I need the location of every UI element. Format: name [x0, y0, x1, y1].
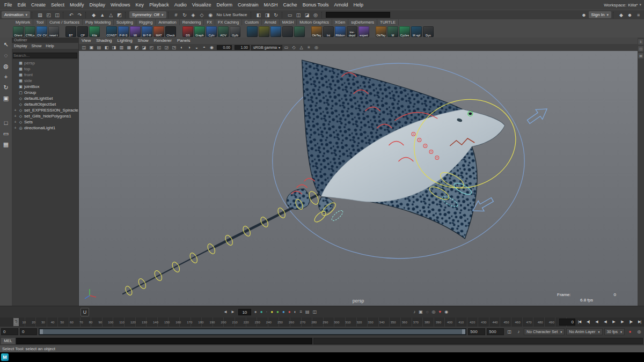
viewport-menu-panels[interactable]: Panels — [174, 38, 193, 44]
outliner-item-directionallight1[interactable]: +◎directionalLight1 — [12, 125, 78, 131]
redo-icon[interactable]: ↷ — [76, 11, 84, 19]
shelf-tab-mash[interactable]: MASH — [280, 19, 297, 25]
shelf-tab-xgen[interactable]: XGen — [332, 19, 348, 25]
playback-speed-icon[interactable]: ◫ — [506, 329, 513, 334]
make-live-icon[interactable]: ◉ — [207, 11, 215, 19]
range-start-handle[interactable] — [40, 329, 43, 334]
new-scene-icon[interactable]: ▤ — [36, 11, 44, 19]
viewport-toolbar-icon-2[interactable]: ▤ — [96, 45, 103, 50]
animation-preferences-icon[interactable]: ◎ — [635, 329, 643, 334]
menu-modify[interactable]: Modify — [67, 2, 87, 8]
outliner-item-side[interactable]: ▦side — [12, 78, 78, 84]
shelf-item[interactable] — [270, 26, 281, 37]
ray-tail[interactable] — [123, 194, 319, 294]
four-pane-layout-button[interactable]: ▦ — [0, 139, 12, 150]
shelf-item-cp[interactable]: CP — [77, 26, 88, 37]
viewport-toolbar-icon-7[interactable]: ◩ — [133, 45, 140, 50]
auto-key-icon[interactable]: ● — [626, 329, 634, 334]
lasso-select-tool[interactable]: ◌ — [0, 50, 12, 61]
menuset-selector[interactable]: Animation — [2, 11, 30, 18]
menu-cache[interactable]: Cache — [281, 2, 300, 8]
shelf-item-gy-b[interactable]: Gy/b — [230, 26, 240, 37]
menu-audio[interactable]: Audio — [172, 2, 189, 8]
shelf-tab-custom[interactable]: Custom — [242, 19, 262, 25]
tool-settings-toggle-icon[interactable]: ◫ — [638, 46, 643, 51]
current-time-field[interactable]: 0 — [559, 319, 575, 326]
viewport-toolbar-icon-b2[interactable]: △ — [298, 45, 305, 50]
viewport-toolbar-icon-0[interactable]: ◫ — [80, 45, 87, 50]
shelf-item[interactable] — [259, 26, 269, 37]
outliner-menu-help[interactable]: Help — [43, 43, 56, 49]
shelf-item-ribbon[interactable]: Ribbon — [335, 26, 346, 37]
shelf-item-mat[interactable]: MAT — [153, 26, 164, 37]
menu-select[interactable]: Select — [48, 2, 67, 8]
command-line-output[interactable] — [313, 338, 643, 344]
attribute-editor-icon[interactable]: ≡ — [634, 11, 642, 19]
prev-bookmark-icon[interactable]: ◄ — [223, 309, 228, 314]
bars-icon[interactable]: ▤ — [305, 309, 310, 314]
shelf-item-aov[interactable]: AOV — [218, 26, 229, 37]
expand-icon[interactable]: + — [13, 114, 17, 118]
viewport-toolbar-icon-b4[interactable]: ◎ — [313, 45, 320, 50]
viewport-toolbar-icon-12[interactable]: ◳ — [171, 45, 178, 50]
viewport-toolbar-icon-6[interactable]: ▦ — [126, 45, 133, 50]
character-controls-icon[interactable]: ☻ — [626, 11, 634, 19]
expand-icon[interactable]: + — [13, 120, 17, 124]
rotate-tool[interactable]: ↻ — [0, 82, 12, 93]
playback-start-field[interactable]: 0 — [20, 328, 37, 335]
viewport-menu-view[interactable]: View — [79, 38, 93, 44]
menu-windows[interactable]: Windows — [108, 2, 133, 8]
shelf-tab-poly-modeling[interactable]: Poly Modeling — [83, 19, 114, 25]
menu-constrain[interactable]: Constrain — [235, 2, 261, 8]
shelf-tab-curve-surfaces[interactable]: Curve / Surfaces — [47, 19, 83, 25]
sound-icon[interactable]: ♪ — [413, 309, 415, 314]
render-settings-icon[interactable]: ◎ — [312, 11, 320, 19]
tick-divider-icon[interactable]: · — [266, 309, 268, 314]
viewport-toolbar-icon-10[interactable]: ◱ — [156, 45, 163, 50]
snap-to-points-icon[interactable]: ◈ — [189, 11, 197, 19]
shelf-item-okitay[interactable]: OkiTay — [311, 26, 322, 37]
shelf-tab-sqdeformers[interactable]: sqDeformers — [348, 19, 377, 25]
input-connections-icon[interactable]: ◧ — [255, 11, 263, 19]
viewport-menu-renderer[interactable]: Renderer — [151, 38, 174, 44]
viewport-toolbar-icon-4[interactable]: ◨ — [111, 45, 118, 50]
outliner-item-persp[interactable]: ▦persp — [12, 60, 78, 66]
key-gray-dot-icon[interactable]: ● — [254, 309, 257, 314]
shelf-item[interactable] — [247, 26, 258, 37]
outliner-item-sets[interactable]: +◇Sets — [12, 119, 78, 125]
ray-model[interactable] — [287, 60, 504, 239]
shelf-tab-sculpting[interactable]: Sculpting — [114, 19, 136, 25]
modeling-toolkit-icon[interactable]: ◆ — [617, 11, 625, 19]
save-scene-icon[interactable]: ◫ — [53, 11, 61, 19]
shelf-tab-rendering[interactable]: Rendering — [180, 19, 204, 25]
render-view-icon[interactable]: ▭ — [286, 11, 294, 19]
key-blue-dot-icon[interactable]: ● — [282, 309, 285, 314]
viewport-menu-shading[interactable]: Shading — [93, 38, 114, 44]
scale-tool[interactable]: ▣ — [0, 93, 12, 104]
shelf-item-reset-t[interactable]: reset t — [48, 26, 59, 37]
shelf-item-orient[interactable]: Orient — [13, 26, 24, 37]
outliner-item-jointbox[interactable]: ▣jointBox — [12, 84, 78, 90]
viewport-toolbar-icon-b1[interactable]: ◇ — [290, 45, 297, 50]
menu-bonus-tools[interactable]: Bonus Tools — [300, 2, 332, 8]
shelf-tab-tool[interactable]: Tool — [33, 19, 47, 25]
shelf-item-bt[interactable]: BT — [65, 26, 76, 37]
viewport-menu-show[interactable]: Show — [135, 38, 151, 44]
viewport-toolbar-icon-13[interactable]: ◐ — [178, 45, 185, 50]
range-slider[interactable] — [39, 328, 466, 335]
viewport-toolbar-icon-16[interactable]: ◓ — [201, 45, 208, 50]
next-bookmark-icon[interactable]: ► — [231, 309, 235, 314]
key-red-dot-icon[interactable]: ● — [288, 309, 291, 314]
viewport-menu-lighting[interactable]: Lighting — [115, 38, 135, 44]
list-icon[interactable]: ≡ — [299, 309, 302, 314]
heart-icon[interactable]: ♥ — [439, 309, 442, 314]
shelf-tab-turtle[interactable]: TURTLE — [377, 19, 399, 25]
viewport-toolbar-icon-17[interactable]: ◉ — [208, 45, 215, 50]
shelf-item-cycles[interactable]: Cycles — [399, 26, 410, 37]
viewport-toolbar-icon-1[interactable]: ▣ — [88, 45, 95, 50]
character-set-selector[interactable]: No Character Set — [524, 328, 565, 335]
open-scene-icon[interactable]: ◰ — [45, 11, 53, 19]
snap-to-curves-icon[interactable]: ↻ — [181, 11, 189, 19]
menu-deform[interactable]: Deform — [214, 2, 236, 8]
frame-step-field[interactable]: 10 — [238, 309, 251, 315]
